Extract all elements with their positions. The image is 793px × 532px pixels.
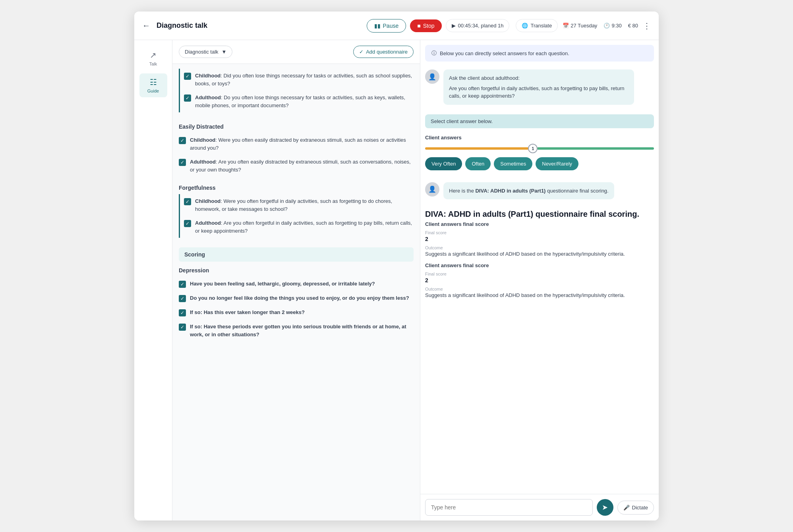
question-text: Have you been feeling sad, lethargic, gl… [190,280,375,288]
list-item: If so: Have these periods ever gotten yo… [179,320,414,341]
select-answer-prompt: Select client answer below. [425,114,654,128]
sometimes-button[interactable]: Sometimes [494,157,532,170]
question-text: Are you often forgetful in daily activit… [449,85,629,100]
progress-left [425,147,528,150]
question-text: Adulthood: Are you often forgetful in da… [195,219,414,235]
back-button[interactable]: ← [142,21,150,30]
checkbox-adulthood-f[interactable] [184,220,191,227]
sidebar-item-guide[interactable]: ☷ Guide [139,73,167,97]
add-questionnaire-button[interactable]: ✓ Add questionnaire [353,46,414,58]
question-text: If so: Has this ever taken longer than 2… [190,308,305,316]
translate-icon: 🌐 [522,23,528,29]
very-often-button[interactable]: Very Often [425,157,462,170]
checkbox-adulthood-lt[interactable] [184,94,191,102]
send-icon: ➤ [602,503,608,512]
right-panel: ⓘ Below you can directly select answers … [420,40,659,520]
client-answers-label-1: Client answers final score [425,221,654,227]
message-input[interactable] [425,499,593,516]
translate-button[interactable]: 🌐 Translate [516,19,558,32]
answer-buttons-group: Very Often Often Sometimes Never/Rarely [425,157,654,170]
losing-things-items: Childhood: Did you often lose things nec… [179,69,414,112]
scoring-section-header: Scoring [179,247,414,262]
cost-display: € 80 [628,23,638,29]
question-label: Ask the client about adulthood: [449,74,629,82]
clock-icon: 🕐 [603,23,610,29]
question-text: Childhood: Did you often lose things nec… [195,72,414,87]
left-panel-content: Childhood: Did you often lose things nec… [172,64,420,520]
question-text: Do you no longer feel like doing the thi… [190,294,409,302]
chat-area: 👤 Ask the client about adulthood: Are yo… [420,66,659,112]
never-rarely-button[interactable]: Never/Rarely [536,157,578,170]
pause-button[interactable]: ▮▮ Pause [367,19,406,33]
outcome-label-1: Outcome [425,245,654,250]
scoring-card-title: DIVA: ADHD in adults (Part1) questionnai… [425,210,654,219]
checkbox-childhood-lt[interactable] [184,73,191,80]
score-block-1: Final score 2 Outcome Suggests a signifi… [425,230,654,257]
checkbox-dep-4[interactable] [179,324,186,331]
main-layout: ↗ Talk ☷ Guide Diagnostic talk ▼ ✓ Add q… [134,40,659,520]
final-score-label-2: Final score [425,272,654,276]
play-icon: ▶ [452,23,456,29]
header-right: 🌐 Translate 📅 27 Tuesday 🕐 9:30 € 80 ⋮ [516,19,651,32]
list-item: Do you no longer feel like doing the thi… [179,291,414,305]
left-panel-toolbar: Diagnostic talk ▼ ✓ Add questionnaire [172,40,420,64]
info-icon: ⓘ [431,50,437,57]
send-button[interactable]: ➤ [597,499,613,516]
client-answers-label-2: Client answers final score [425,262,654,268]
checkbox-adulthood-ed[interactable] [179,159,186,166]
list-item: Adulthood: Are you often easily distract… [179,155,414,177]
checkbox-dep-2[interactable] [179,295,186,302]
client-answers-section: Client answers 1 Very Often Often Someti… [420,131,659,179]
depression-section: Depression Have you been feeling sad, le… [172,263,420,346]
section-header-easily-distracted: Easily Distracted [179,120,414,133]
timer-badge: ▶ 00:45:34, planed 1h [446,19,510,32]
header-controls: ▮▮ Pause ■ Stop ▶ 00:45:34, planed 1h [367,19,510,33]
progress-marker: 1 [528,144,538,153]
list-item: Childhood: Were you often easily distrac… [179,133,414,155]
final-score-label-1: Final score [425,230,654,235]
info-banner: ⓘ Below you can directly select answers … [425,45,654,62]
question-bubble: 👤 Ask the client about adulthood: Are yo… [425,69,654,105]
header: ← Diagnostic talk ▮▮ Pause ■ Stop ▶ 00:4… [134,12,659,40]
often-button[interactable]: Often [465,157,491,170]
question-text: Adulthood: Do you often lose things nece… [195,94,414,109]
checkbox-childhood-ed[interactable] [179,137,186,144]
sidebar-item-talk[interactable]: ↗ Talk [139,46,167,70]
section-header-forgetfulness: Forgetfulness [179,181,414,194]
stop-icon: ■ [417,23,420,29]
checkbox-childhood-f[interactable] [184,198,191,205]
date-display: 📅 27 Tuesday [563,23,597,29]
talk-icon: ↗ [150,50,157,60]
more-options-button[interactable]: ⋮ [643,21,651,31]
stop-button[interactable]: ■ Stop [410,19,441,32]
list-item: Adulthood: Do you often lose things nece… [184,91,414,112]
checkbox-dep-1[interactable] [179,281,186,288]
sidebar: ↗ Talk ☷ Guide [134,40,172,520]
avatar-scoring: 👤 [425,182,439,197]
questionnaire-dropdown[interactable]: Diagnostic talk ▼ [179,46,232,58]
client-answers-label: Client answers [425,135,654,141]
chevron-down-icon: ▼ [222,49,227,55]
forgetfulness-items: Childhood: Were you often forgetful in d… [179,194,414,238]
guide-icon: ☷ [150,77,157,87]
progress-right [538,147,654,150]
dictate-button[interactable]: 🎤 Dictate [617,501,654,515]
final-score-value-2: 2 [425,277,654,283]
header-title: Diagnostic talk [157,21,360,30]
losing-things-section: Childhood: Did you often lose things nec… [172,69,420,120]
progress-bar: 1 [425,144,654,153]
question-text: Childhood: Were you often forgetful in d… [195,197,414,213]
avatar: 👤 [425,69,439,84]
scoring-bubble: 👤 Here is the DIVA: ADHD in adults (Part… [425,182,654,200]
checkbox-dep-3[interactable] [179,309,186,316]
list-item: Adulthood: Are you often forgetful in da… [184,216,414,238]
score-block-2: Final score 2 Outcome Suggests a signifi… [425,272,654,298]
microphone-icon: 🎤 [623,505,630,511]
easily-distracted-section: Easily Distracted Childhood: Were you of… [172,120,420,181]
header-meta: 📅 27 Tuesday 🕐 9:30 € 80 [563,23,638,29]
time-display: 🕐 9:30 [603,23,621,29]
depression-header: Depression [179,263,414,277]
app-window: ← Diagnostic talk ▮▮ Pause ■ Stop ▶ 00:4… [134,12,659,520]
question-text: Adulthood: Are you often easily distract… [190,158,414,173]
list-item: If so: Has this ever taken longer than 2… [179,305,414,320]
